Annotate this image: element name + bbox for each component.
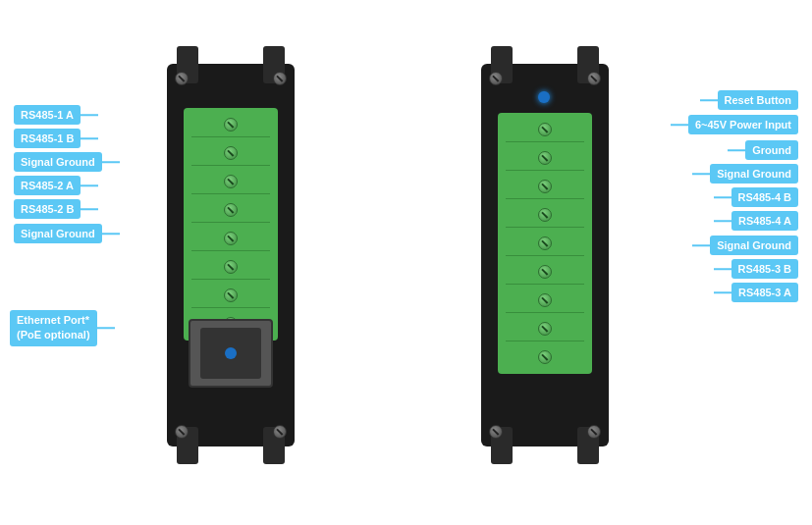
ethernet-led (225, 347, 237, 359)
terminal-block-right (498, 113, 592, 374)
label-rs485-2b: RS485-2 B (14, 199, 81, 219)
tb-row-1 (191, 112, 270, 137)
label-signal-ground-left-1: Signal Ground (14, 152, 102, 172)
tb-row-2 (191, 140, 270, 166)
tb-row-r4 (506, 202, 584, 228)
device-left (167, 64, 295, 446)
screw-tr-r (587, 72, 601, 85)
tb-row-r5 (506, 231, 584, 256)
label-rs485-3b: RS485-3 B (731, 259, 798, 279)
label-rs485-3a: RS485-3 A (731, 283, 798, 302)
tb-row-4 (191, 197, 270, 223)
tb-row-r3 (506, 174, 584, 199)
label-rs485-4b: RS485-4 B (731, 187, 798, 207)
screw-tl (175, 72, 189, 85)
screw-bl (175, 425, 189, 439)
tb-row-3 (191, 169, 270, 194)
tb-row-r6 (506, 259, 584, 285)
tb-row-6 (191, 254, 270, 280)
label-rs485-4a: RS485-4 A (731, 211, 798, 231)
label-reset: Reset Button (718, 90, 798, 110)
scene: RS485-1 A RS485-1 B Signal Ground RS485-… (0, 0, 812, 525)
tb-row-r9 (506, 344, 584, 370)
terminal-block-left (184, 108, 278, 341)
label-ethernet: Ethernet Port*(PoE optional) (10, 310, 97, 346)
tb-row-r8 (506, 316, 584, 341)
label-rs485-2a: RS485-2 A (14, 176, 81, 195)
tb-row-5 (191, 226, 270, 251)
screw-br (273, 425, 287, 439)
screw-tr (273, 72, 287, 85)
tb-row-r7 (506, 288, 584, 313)
led-indicator (538, 91, 550, 103)
screw-bl-r (489, 425, 503, 439)
tb-row-r1 (506, 117, 584, 142)
label-signal-ground-right-2: Signal Ground (710, 236, 798, 255)
label-signal-ground-left-2: Signal Ground (14, 224, 102, 243)
label-rs485-1a: RS485-1 A (14, 105, 81, 125)
screw-br-r (587, 425, 601, 439)
device-right (481, 64, 609, 446)
ethernet-port (189, 319, 273, 388)
ethernet-inner (200, 328, 261, 379)
screw-tl-r (489, 72, 503, 85)
tb-row-7 (191, 283, 270, 308)
label-rs485-1b: RS485-1 B (14, 129, 81, 148)
label-signal-ground-right-1: Signal Ground (710, 164, 798, 184)
tb-row-r2 (506, 145, 584, 171)
label-power: 6~45V Power Input (688, 115, 798, 134)
label-ground: Ground (745, 140, 798, 160)
